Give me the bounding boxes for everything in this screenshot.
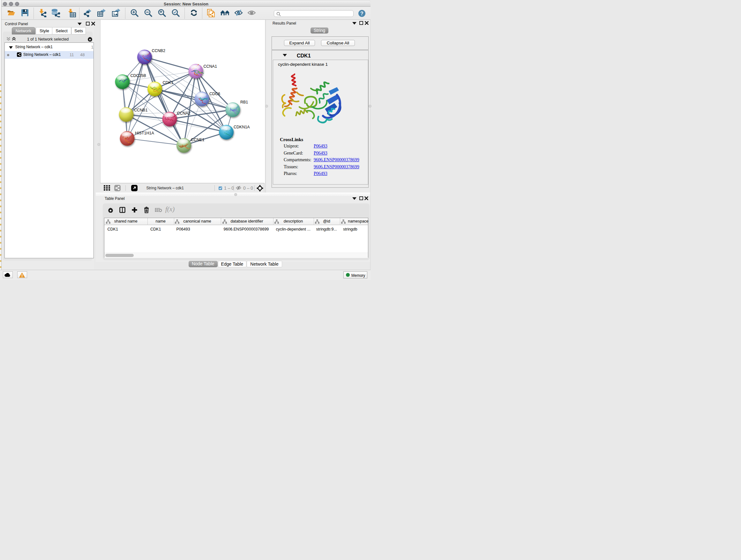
svg-text:CCNA1: CCNA1 xyxy=(204,64,217,69)
svg-text:?: ? xyxy=(360,11,363,16)
svg-text:CDK1: CDK1 xyxy=(163,80,173,85)
svg-text:HIST1H1A: HIST1H1A xyxy=(135,131,154,135)
svg-text:CDC25B: CDC25B xyxy=(131,73,146,78)
svg-text:CCNE1: CCNE1 xyxy=(191,138,204,142)
svg-text:CDC6: CDC6 xyxy=(209,91,220,96)
svg-text:CCNA2: CCNA2 xyxy=(177,111,191,116)
svg-text:CCNB2: CCNB2 xyxy=(152,49,165,53)
svg-text:CDKN1A: CDKN1A xyxy=(233,125,250,129)
svg-text:CCNB1: CCNB1 xyxy=(134,108,147,112)
svg-text:RB1: RB1 xyxy=(240,100,248,105)
